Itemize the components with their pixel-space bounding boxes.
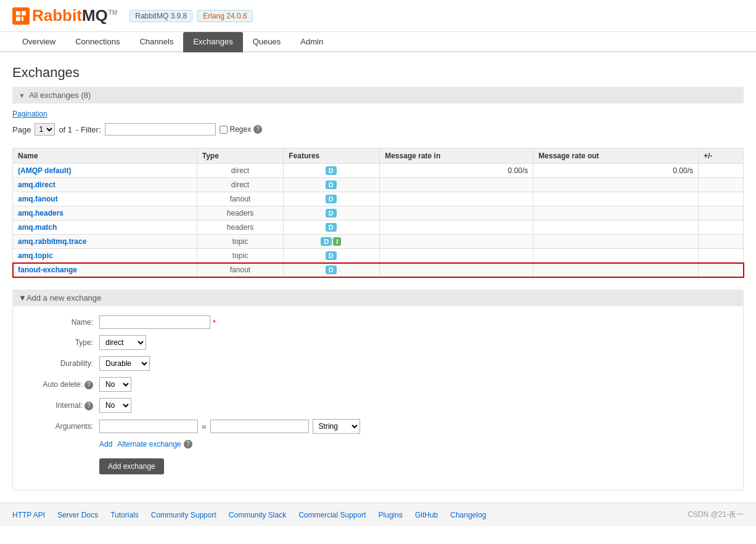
- rate-out: 0.00/s: [533, 164, 699, 178]
- exchange-name-link[interactable]: amq.fanout: [18, 195, 58, 203]
- regex-checkbox[interactable]: [220, 126, 228, 134]
- type-select[interactable]: direct fanout headers topic: [99, 335, 146, 350]
- args-key-input[interactable]: [99, 420, 198, 433]
- alternate-help-icon[interactable]: ?: [184, 440, 192, 449]
- exchange-features: D: [284, 164, 380, 178]
- nav-channels[interactable]: Channels: [129, 32, 183, 52]
- exchange-type: fanout: [197, 263, 283, 277]
- exchange-features: D: [284, 263, 380, 277]
- arguments-row: Arguments: = String Number Boolean: [25, 419, 731, 434]
- durability-row: Durability: Durable Transient: [25, 356, 731, 371]
- th-features: Features: [284, 148, 380, 164]
- feature-badge: D: [326, 181, 337, 189]
- internal-select[interactable]: No Yes: [99, 398, 131, 413]
- nav-overview[interactable]: Overview: [12, 32, 65, 52]
- exchange-name-link[interactable]: amq.headers: [18, 209, 64, 217]
- nav-admin[interactable]: Admin: [290, 32, 333, 52]
- regex-help-icon[interactable]: ?: [253, 125, 262, 134]
- exchange-name-link[interactable]: fanout-exchange: [18, 266, 77, 274]
- add-exchange-label: Add a new exchange: [27, 293, 101, 302]
- exchange-name-link[interactable]: amq.direct: [18, 181, 55, 189]
- add-args-link[interactable]: Add: [99, 440, 112, 449]
- name-input[interactable]: [99, 315, 210, 329]
- internal-label: Internal: ?: [25, 401, 99, 410]
- plus-minus-cell: [699, 263, 744, 277]
- exchange-features: D: [284, 249, 380, 263]
- collapse-arrow: ▼: [18, 92, 25, 99]
- table-row: fanout-exchangefanoutD: [13, 263, 744, 277]
- feature-badge: D: [326, 195, 337, 203]
- svg-rect-0: [16, 11, 20, 15]
- table-row: amq.fanoutfanoutD: [13, 192, 744, 206]
- page-select[interactable]: 1: [35, 123, 55, 136]
- table-row: amq.directdirectD: [13, 178, 744, 192]
- exchange-type: headers: [197, 206, 283, 221]
- rate-in: 0.00/s: [380, 164, 533, 178]
- rate-out: [533, 192, 699, 206]
- name-row: Name: *: [25, 315, 731, 329]
- table-row: amq.topictopicD: [13, 249, 744, 263]
- logo: RabbitMQTM: [12, 6, 117, 25]
- version-badge: RabbitMQ 3.9.8: [129, 10, 192, 22]
- plus-minus-cell: [699, 192, 744, 206]
- feature-badge: D: [326, 223, 337, 232]
- plus-minus-cell: [699, 235, 744, 249]
- th-rate-in: Message rate in: [380, 148, 533, 164]
- exchange-type: fanout: [197, 192, 283, 206]
- exchange-name-link[interactable]: (AMQP default): [18, 166, 71, 175]
- args-value-input[interactable]: [210, 420, 309, 433]
- exchanges-table: Name Type Features Message rate in Messa…: [12, 148, 744, 277]
- footer-community-slack[interactable]: Community Slack: [229, 511, 286, 519]
- nav-queues[interactable]: Queues: [243, 32, 291, 52]
- pagination-label[interactable]: Pagination: [12, 110, 744, 118]
- footer-changelog[interactable]: Changelog: [450, 511, 486, 519]
- add-exchange-section: ▼ Add a new exchange Name: * Type: direc…: [12, 290, 744, 490]
- feature-badge: D: [326, 166, 337, 175]
- exchange-features: DI: [284, 235, 380, 249]
- footer-plugins[interactable]: Plugins: [379, 511, 403, 519]
- exchange-type: topic: [197, 249, 283, 263]
- required-star: *: [213, 318, 216, 327]
- exchange-type: direct: [197, 164, 283, 178]
- args-add-row: Add Alternate exchange ?: [25, 440, 731, 449]
- add-arrow: ▼: [18, 293, 27, 302]
- nav-exchanges[interactable]: Exchanges: [183, 32, 242, 52]
- table-row: (AMQP default)directD0.00/s0.00/s: [13, 164, 744, 178]
- footer-server-docs[interactable]: Server Docs: [57, 511, 98, 519]
- args-type-select[interactable]: String Number Boolean: [313, 419, 360, 434]
- page-title: Exchanges: [12, 65, 744, 81]
- footer-community-support[interactable]: Community Support: [151, 511, 216, 519]
- footer-tutorials[interactable]: Tutorials: [110, 511, 139, 519]
- internal-help-icon[interactable]: ?: [84, 402, 93, 410]
- args-controls: = String Number Boolean: [99, 419, 360, 434]
- all-exchanges-header[interactable]: ▼ All exchanges (8): [12, 87, 744, 104]
- footer-github[interactable]: GitHub: [415, 511, 438, 519]
- regex-label: Regex ?: [220, 125, 263, 134]
- footer-commercial-support[interactable]: Commercial Support: [298, 511, 366, 519]
- exchange-name-link[interactable]: amq.match: [18, 223, 57, 232]
- add-exchange-button[interactable]: Add exchange: [99, 458, 164, 474]
- nav-connections[interactable]: Connections: [65, 32, 129, 52]
- th-name: Name: [13, 148, 197, 164]
- alternate-exchange-link[interactable]: Alternate exchange: [117, 440, 181, 449]
- rate-in: [380, 178, 533, 192]
- rate-in: [380, 235, 533, 249]
- auto-delete-help-icon[interactable]: ?: [84, 381, 93, 389]
- durability-label: Durability:: [25, 359, 99, 368]
- auto-delete-label: Auto delete: ?: [25, 380, 99, 389]
- feature-badge: I: [333, 237, 341, 246]
- durability-select[interactable]: Durable Transient: [99, 356, 150, 371]
- add-exchange-form: Name: * Type: direct fanout headers topi…: [12, 306, 744, 490]
- exchange-name-link[interactable]: amq.rabbitmq.trace: [18, 237, 86, 246]
- rate-out: [533, 178, 699, 192]
- table-row: amq.headersheadersD: [13, 206, 744, 221]
- footer-http-api[interactable]: HTTP API: [12, 511, 45, 519]
- rate-out: [533, 206, 699, 221]
- plus-minus-cell: [699, 178, 744, 192]
- add-exchange-header[interactable]: ▼ Add a new exchange: [12, 290, 744, 306]
- filter-input[interactable]: [105, 123, 216, 136]
- of-label: of 1: [59, 125, 72, 134]
- svg-rect-1: [22, 11, 26, 15]
- auto-delete-select[interactable]: No Yes: [99, 377, 131, 392]
- exchange-name-link[interactable]: amq.topic: [18, 251, 53, 260]
